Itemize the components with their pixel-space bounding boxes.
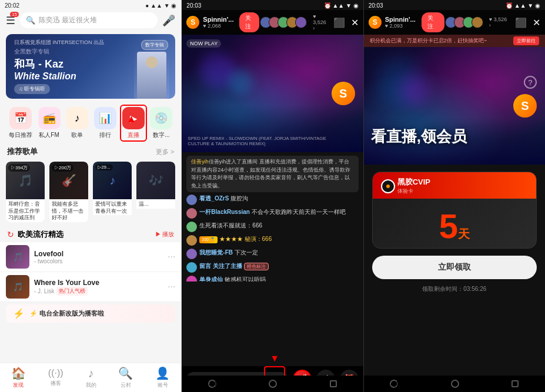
digital-label: 数字... — [153, 131, 169, 139]
follow-button-3[interactable]: 关注 — [422, 12, 444, 32]
radio-banner[interactable]: ⚡ ⚡ 电台全新改版为播客啦 — [6, 304, 175, 323]
status-bar-1: 20:02 ● ▲▲ ▼ ◉ — [0, 0, 181, 10]
streamer-fans-2: ♥ 2,068 — [203, 23, 233, 29]
s-logo-3: S — [513, 94, 537, 118]
search-input[interactable]: 🔍 陈奕迅 最近很火堆 — [20, 12, 158, 28]
village-label: 云村 — [121, 381, 131, 389]
bnav-account[interactable]: 👤 账号 — [155, 366, 170, 389]
card-play-1: ▷394万 — [8, 164, 30, 172]
chat-text-3: 生死看淡不服就送：666 — [199, 222, 262, 230]
song-tag-2: 热门人气榜 — [56, 287, 88, 296]
chart-label: 排行 — [99, 131, 111, 139]
refresh-icon[interactable]: ↻ — [7, 230, 14, 239]
follow-button-2[interactable]: 关注 — [239, 12, 259, 32]
digital-icon: 💿 — [150, 107, 172, 129]
close-icon-2[interactable]: ✕ — [351, 17, 359, 28]
streamer-info-2: Spinnin'... ♥ 2,068 — [203, 16, 233, 29]
status-bar-2: 20:03 ⏰ ▲▲ ▼ ◉ — [182, 0, 363, 10]
song-item-2[interactable]: 🎵 Where Is Your Love - J. Lisk 热门人气榜 ··· — [0, 272, 181, 302]
time-2: 20:03 — [186, 2, 201, 9]
vip-card-header: 黑胶CVIP 体验卡 — [373, 172, 536, 199]
bnav-podcast[interactable]: ((·)) 播客 — [48, 368, 63, 387]
fm-label: 私人FM — [39, 131, 59, 139]
vip-title-wrap: 黑胶CVIP 体验卡 — [397, 177, 430, 195]
nav-home-2[interactable]: ○ — [269, 380, 277, 388]
close-icon-3[interactable]: ✕ — [533, 17, 540, 28]
status-icons-1: ● ▲▲ ▼ ◉ — [145, 2, 176, 9]
chat-avatar-2 — [186, 208, 197, 219]
bottom-nav-2: ◁ ○ — [182, 376, 363, 392]
chat-msg-1: 看透_OZrS 腹腔沟 — [186, 195, 358, 205]
account-label: 账号 — [158, 381, 168, 389]
time-1: 20:02 — [5, 2, 19, 9]
play-all-button[interactable]: ▶ 播放 — [155, 230, 175, 239]
banner[interactable]: 日系视觉系组团 INTERSECTION 出品 全黑数字专辑 和马 - Kaz … — [6, 34, 175, 99]
song-more-2[interactable]: ··· — [168, 282, 175, 292]
card-title-2: 我能有多悲情，不堪一击好不好 — [49, 199, 88, 222]
nav-daily[interactable]: 📅 每日推荐 — [9, 107, 32, 139]
bnav-discover[interactable]: 🏠 发现 — [11, 366, 26, 389]
chat-avatar-3 — [186, 222, 197, 232]
red-arrow-down-2: ▼ — [270, 353, 279, 364]
account-icon: 👤 — [155, 366, 170, 380]
bnav-music[interactable]: ♪ 我的 — [86, 367, 96, 389]
live-video-2: SPED UP REMIX - SLOWDOWN (FEAT. JORJA SM… — [182, 35, 363, 152]
days-unit: 天 — [458, 227, 470, 240]
vip-logo: 黑胶CVIP 体验卡 — [381, 177, 430, 195]
vip-timer: 领取剩余时间：03:56:26 — [364, 285, 545, 299]
song-name-2: Where Is Your Love — [34, 279, 163, 287]
song-card-3[interactable]: ♪ ▷29... 爱情可以重来 青春只有一次 — [93, 162, 132, 222]
song-card-1[interactable]: 🎵 ▷394万 耳畔疗愈：音乐是你工作学习的减压剂 — [6, 162, 45, 222]
nav-digital[interactable]: 💿 数字... — [150, 107, 172, 139]
nav-back-3[interactable]: ◁ — [390, 380, 398, 388]
song-card-img-4: 🎶 — [136, 162, 175, 199]
status-bar-3: 20:03 ⏰ ▲▲ ▼ ◉ — [364, 0, 545, 10]
song-item-1[interactable]: 🎵 Lovefool - twocolors ··· — [0, 242, 181, 272]
bnav-village[interactable]: 🔍 云村 — [118, 366, 133, 389]
nav-back-2[interactable]: ◁ — [208, 380, 216, 388]
search-icon: 🔍 — [26, 16, 35, 25]
nav-apps-2[interactable] — [330, 380, 337, 387]
song-card-2[interactable]: 🎸 ▷200万 我能有多悲情，不堪一击好不好 — [49, 162, 88, 222]
nav-fm[interactable]: 📻 私人FM — [38, 107, 61, 139]
nav-chart[interactable]: 📊 排行 — [94, 107, 116, 139]
radio-icon: ⚡ — [13, 308, 25, 319]
share-icon-2[interactable]: ⬛ — [333, 17, 345, 28]
chat-avatar-6 — [186, 262, 197, 273]
days-number: 5 — [439, 207, 458, 245]
section-recommended-more[interactable]: 更多 > — [156, 148, 174, 156]
banner-pill[interactable]: ♫ 听专辑听 — [14, 84, 50, 94]
status-icons-3: ⏰ ▲▲ ▼ ◉ — [506, 2, 540, 9]
panel-3: 20:03 ⏰ ▲▲ ▼ ◉ S Spinnin'... ♥ 2,093 关注 … — [364, 0, 545, 392]
nav-home-3[interactable]: ○ — [451, 380, 459, 388]
mic-icon[interactable]: 🎤 — [162, 14, 175, 27]
chat-msg-4: 200 🏅 ★★★★ 秘演：666 — [186, 235, 358, 246]
streamer-info-3: Spinnin'... ♥ 2,093 — [385, 16, 416, 29]
music-icon: ♪ — [88, 367, 94, 380]
card-title-3: 爱情可以重来 青春只有一次 — [93, 199, 132, 215]
chat-text-2: 一杆BlackRussian 不会今天歌跑昨天前天前一天一样吧 — [199, 208, 345, 216]
viewer-av-5 — [295, 16, 307, 28]
chat-msg-2: 一杆BlackRussian 不会今天歌跑昨天前天前一天一样吧 — [186, 208, 358, 219]
song-more-1[interactable]: ··· — [168, 252, 175, 262]
chat-text-1: 看透_OZrS 腹腔沟 — [199, 195, 248, 203]
viewer-3-4 — [472, 16, 483, 28]
nav-apps-3[interactable] — [511, 380, 519, 387]
song-card-4[interactable]: 🎶 温... — [136, 162, 175, 222]
chat-avatar-7 — [186, 276, 197, 282]
song-thumb-2: 🎵 — [6, 275, 29, 299]
nav-playlist[interactable]: ♪ 歌单 — [66, 107, 88, 139]
search-placeholder: 陈奕迅 最近很火堆 — [39, 15, 97, 25]
panel-2: 20:03 ⏰ ▲▲ ▼ ◉ S Spinnin'... ♥ 2,068 关注 … — [182, 0, 363, 392]
chat-msg-3: 生死看淡不服就送：666 — [186, 222, 358, 232]
song-artist-2: - J. Lisk — [34, 288, 54, 294]
question-icon-3[interactable]: ? — [524, 76, 537, 89]
nav-live[interactable]: ▶ 直播 — [122, 107, 145, 139]
chat-text-7: 单身成仙 敏感机可以听吗 — [199, 276, 266, 282]
nav-icons: 📅 每日推荐 📻 私人FM ♪ 歌单 📊 排行 ▶ 直播 💿 数字... — [0, 102, 181, 144]
vip-claim-button[interactable]: 立即领取 — [372, 256, 537, 279]
menu-button[interactable]: ☰ 15 — [6, 14, 15, 27]
chat-msg-5: 我想睡觉-FB 下次一定 — [186, 249, 358, 259]
share-icon-3[interactable]: ⬛ — [515, 17, 527, 28]
warn-btn-3[interactable]: 立即前往 — [513, 36, 539, 45]
